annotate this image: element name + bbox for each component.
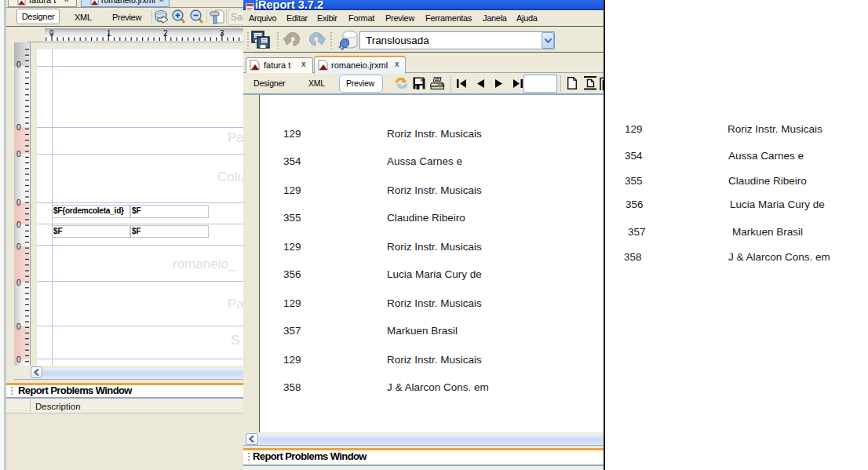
svg-text:0: 0 — [16, 123, 21, 132]
svg-text:0: 0 — [16, 279, 21, 287]
svg-text:0: 0 — [16, 242, 21, 251]
svg-text:0: 0 — [16, 322, 21, 331]
svg-text:0: 0 — [16, 150, 21, 158]
svg-text:0: 0 — [16, 60, 21, 69]
svg-text:0: 0 — [16, 199, 21, 207]
svg-text:0: 0 — [16, 220, 21, 229]
svg-text:0: 0 — [16, 355, 21, 364]
